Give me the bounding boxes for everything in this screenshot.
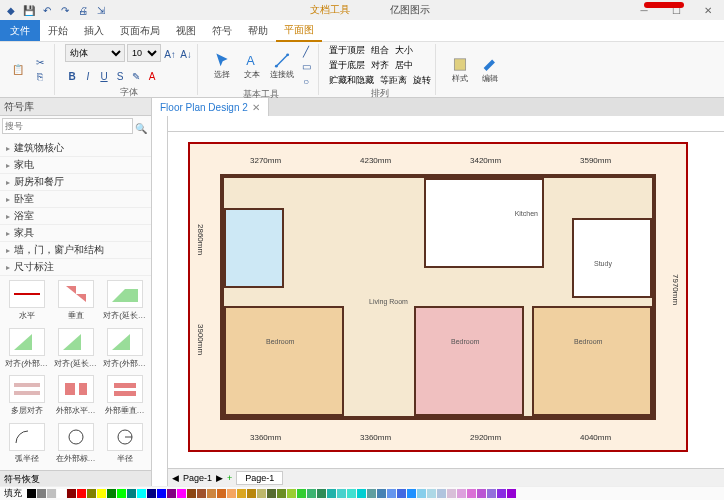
color-swatch[interactable] (487, 489, 496, 498)
font-color-icon[interactable]: A (145, 66, 159, 86)
menu-help[interactable]: 帮助 (240, 21, 276, 41)
symbol-item[interactable]: 在外部标… (53, 423, 98, 467)
line-shape-icon[interactable]: ╱ (298, 44, 314, 58)
file-menu[interactable]: 文件 (0, 20, 40, 41)
color-swatch[interactable] (237, 489, 246, 498)
color-swatch[interactable] (357, 489, 366, 498)
category-bedroom[interactable]: 卧室 (0, 191, 151, 208)
highlight-icon[interactable]: ✎ (129, 66, 143, 86)
paste-icon[interactable]: 📋 (8, 60, 28, 80)
floorplan[interactable]: 3270mm 4230mm 3420mm 3590mm 3360mm 3360m… (188, 142, 688, 452)
symbol-item[interactable]: 多层对齐 (4, 375, 49, 419)
color-swatch[interactable] (427, 489, 436, 498)
group-button[interactable]: 组合 (371, 44, 389, 57)
close-button[interactable]: ✕ (696, 2, 720, 18)
color-swatch[interactable] (437, 489, 446, 498)
symbol-item[interactable]: 外部水平… (53, 375, 98, 419)
document-tab[interactable]: Floor Plan Design 2 ✕ (152, 98, 269, 116)
strike-icon[interactable]: S (113, 66, 127, 86)
color-swatch[interactable] (197, 489, 206, 498)
distribute-button[interactable]: 等距离 (380, 74, 407, 87)
color-swatch[interactable] (37, 489, 46, 498)
text-tool[interactable]: A文本 (238, 52, 266, 80)
color-swatch[interactable] (387, 489, 396, 498)
color-swatch[interactable] (367, 489, 376, 498)
size-select[interactable]: 10 (127, 44, 161, 62)
color-swatch[interactable] (107, 489, 116, 498)
floorplan-walls[interactable]: Kitchen Study Bedroom Bedroom Bedroom Li… (220, 174, 656, 420)
connector-tool[interactable]: 连接线 (268, 52, 296, 80)
menu-pagelayout[interactable]: 页面布局 (112, 21, 168, 41)
symbol-item[interactable]: 弧半径 (4, 423, 49, 467)
canvas[interactable]: 3270mm 4230mm 3420mm 3590mm 3360mm 3360m… (168, 132, 724, 468)
color-swatch[interactable] (467, 489, 476, 498)
color-swatch[interactable] (67, 489, 76, 498)
color-swatch[interactable] (187, 489, 196, 498)
color-swatch[interactable] (157, 489, 166, 498)
rotate-button[interactable]: 旋转 (413, 74, 431, 87)
page-nav-next[interactable]: ▶ (216, 473, 223, 483)
color-swatch[interactable] (167, 489, 176, 498)
color-swatch[interactable] (227, 489, 236, 498)
color-swatch[interactable] (407, 489, 416, 498)
symbol-item[interactable]: 对齐(外部… (102, 328, 147, 372)
color-swatch[interactable] (27, 489, 36, 498)
bold-icon[interactable]: B (65, 66, 79, 86)
increase-font-icon[interactable]: A↑ (163, 44, 177, 64)
decrease-font-icon[interactable]: A↓ (179, 44, 193, 64)
color-swatch[interactable] (117, 489, 126, 498)
search-icon[interactable]: 🔍 (133, 118, 149, 138)
cut-icon[interactable]: ✂ (30, 56, 50, 70)
undo-icon[interactable]: ↶ (40, 3, 54, 17)
symbol-item[interactable]: 垂直 (53, 280, 98, 324)
room-bathroom[interactable] (224, 208, 284, 288)
page-nav-prev[interactable]: ◀ (172, 473, 179, 483)
copy-icon[interactable]: ⎘ (30, 70, 50, 84)
page-add-icon[interactable]: + (227, 473, 232, 483)
send-back-button[interactable]: 置于底层 (329, 59, 365, 72)
room-bedroom-3[interactable]: Bedroom (532, 306, 652, 416)
symbol-item[interactable]: 对齐(外部… (4, 328, 49, 372)
color-swatch[interactable] (47, 489, 56, 498)
redo-icon[interactable]: ↷ (58, 3, 72, 17)
room-bedroom-2[interactable]: Bedroom (414, 306, 524, 416)
save-icon[interactable]: 💾 (22, 3, 36, 17)
color-swatch[interactable] (417, 489, 426, 498)
color-swatch[interactable] (477, 489, 486, 498)
color-swatch[interactable] (267, 489, 276, 498)
align-button[interactable]: 对齐 (371, 59, 389, 72)
style-button[interactable]: 样式 (446, 56, 474, 84)
color-swatch[interactable] (247, 489, 256, 498)
color-swatch[interactable] (147, 489, 156, 498)
category-furniture[interactable]: 家具 (0, 225, 151, 242)
symbol-item[interactable]: 对齐(延长… (102, 280, 147, 324)
color-swatch[interactable] (347, 489, 356, 498)
color-swatch[interactable] (377, 489, 386, 498)
menu-floorplan[interactable]: 平面图 (276, 20, 322, 42)
close-tab-icon[interactable]: ✕ (252, 102, 260, 113)
category-kitchen[interactable]: 厨房和餐厅 (0, 174, 151, 191)
hide-button[interactable]: 贮藏和隐藏 (329, 74, 374, 87)
color-swatch[interactable] (257, 489, 266, 498)
select-tool[interactable]: 选择 (208, 52, 236, 80)
size-button[interactable]: 大小 (395, 44, 413, 57)
color-swatch[interactable] (127, 489, 136, 498)
color-swatch[interactable] (457, 489, 466, 498)
sidebar-footer[interactable]: 符号恢复 (0, 470, 151, 486)
color-swatch[interactable] (297, 489, 306, 498)
color-swatch[interactable] (287, 489, 296, 498)
room-bedroom-1[interactable]: Bedroom (224, 306, 344, 416)
underline-icon[interactable]: U (97, 66, 111, 86)
search-input[interactable] (2, 118, 133, 134)
symbol-item[interactable]: 半径 (102, 423, 147, 467)
color-swatch[interactable] (137, 489, 146, 498)
symbol-item[interactable]: 对齐(延长… (53, 328, 98, 372)
menu-start[interactable]: 开始 (40, 21, 76, 41)
category-appliance[interactable]: 家电 (0, 157, 151, 174)
color-swatch[interactable] (217, 489, 226, 498)
color-swatch[interactable] (337, 489, 346, 498)
color-swatch[interactable] (397, 489, 406, 498)
room-study[interactable]: Study (572, 218, 652, 298)
color-swatch[interactable] (327, 489, 336, 498)
category-wall[interactable]: 墙，门，窗户和结构 (0, 242, 151, 259)
